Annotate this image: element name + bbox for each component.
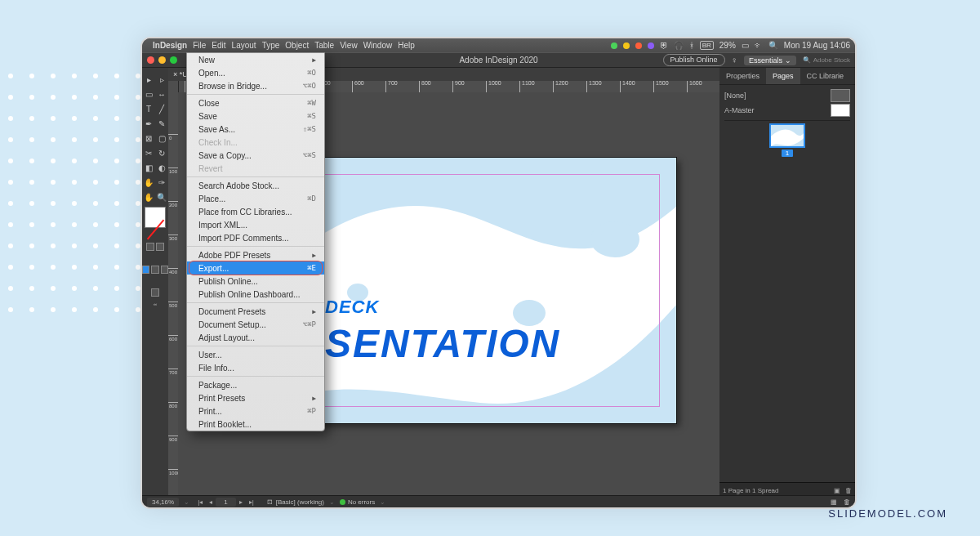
master-a[interactable]: A-Master: [724, 103, 850, 118]
formatting-container-icon[interactable]: [146, 243, 154, 251]
status-dot-green: [611, 42, 617, 49]
file-menu-item[interactable]: Save⌘S: [187, 109, 324, 123]
file-menu-item[interactable]: Print Presets▶: [187, 391, 324, 404]
view-mode-icon[interactable]: [161, 266, 168, 274]
pen-tool-icon[interactable]: ✒: [142, 117, 155, 130]
scissors-tool-icon[interactable]: ✂: [142, 146, 155, 159]
status-dot-red: [635, 42, 642, 49]
note-tool-icon[interactable]: ✋: [142, 176, 155, 189]
file-menu-item[interactable]: Place...⌘D: [187, 192, 324, 205]
file-menu-item[interactable]: Open...⌘O: [187, 66, 324, 79]
file-menu-item[interactable]: Import XML...: [187, 218, 324, 231]
rectangle-tool-icon[interactable]: ▢: [155, 132, 168, 145]
file-menu-item[interactable]: Export...⌘E: [187, 261, 324, 275]
prev-page-icon[interactable]: ◂: [206, 498, 216, 506]
fill-stroke-swatch[interactable]: [145, 207, 166, 228]
menu-type[interactable]: Type: [262, 41, 280, 50]
headphones-icon[interactable]: 🎧: [674, 41, 684, 50]
menu-view[interactable]: View: [340, 41, 358, 50]
profile-label[interactable]: [Basic] (working): [276, 498, 324, 506]
file-menu-item[interactable]: Place from CC Libraries...: [187, 205, 324, 218]
first-page-icon[interactable]: |◂: [194, 498, 206, 506]
type-tool-icon[interactable]: T: [142, 102, 155, 115]
lightbulb-icon[interactable]: ♀: [732, 56, 738, 65]
new-page-icon[interactable]: ▣: [834, 487, 840, 494]
open-icon[interactable]: ⊡: [267, 498, 273, 506]
file-menu-item[interactable]: File Info...: [187, 361, 324, 374]
menu-table[interactable]: Table: [314, 41, 334, 50]
file-menu-item[interactable]: Adobe PDF Presets▶: [187, 248, 324, 261]
menu-help[interactable]: Help: [398, 41, 415, 50]
direct-selection-tool-icon[interactable]: ▹: [155, 73, 168, 86]
view-mode-normal-icon[interactable]: [142, 266, 149, 274]
tab-properties[interactable]: Properties: [719, 68, 766, 84]
file-menu-item[interactable]: User...: [187, 348, 324, 361]
file-menu-item[interactable]: Publish Online Dashboard...: [187, 288, 324, 301]
page-field[interactable]: 1: [216, 498, 235, 507]
clock[interactable]: Mon 19 Aug 14:06: [784, 41, 850, 50]
selection-tool-icon[interactable]: ▸: [142, 73, 155, 86]
grid-icon[interactable]: ▦: [831, 498, 837, 506]
file-menu-item[interactable]: Print Booklet...: [187, 418, 324, 431]
close-icon[interactable]: [147, 56, 154, 64]
adobe-stock-search[interactable]: 🔍 Adobe Stock: [803, 56, 850, 64]
page-tool-icon[interactable]: ▭: [142, 87, 155, 100]
last-page-icon[interactable]: ▸|: [246, 498, 257, 506]
preflight-label[interactable]: No errors: [348, 498, 375, 506]
menu-edit[interactable]: Edit: [212, 41, 225, 50]
minimize-icon[interactable]: [158, 56, 166, 64]
menu-layout[interactable]: Layout: [232, 41, 256, 50]
file-menu-item[interactable]: Adjust Layout...: [187, 331, 324, 344]
file-menu-item[interactable]: Close⌘W: [187, 96, 324, 109]
tab-cc-libraries[interactable]: CC Librarie: [800, 68, 851, 84]
hand-tool-icon[interactable]: ✋: [142, 190, 155, 203]
view-mode-preview-icon[interactable]: [151, 266, 158, 274]
file-menu-item[interactable]: Document Setup...⌥⌘P: [187, 318, 324, 331]
menu-file[interactable]: File: [193, 41, 206, 50]
trash-icon[interactable]: 🗑: [845, 487, 852, 494]
file-menu-item[interactable]: New▶: [187, 53, 324, 66]
maximize-icon[interactable]: [170, 56, 177, 64]
workspace-switcher[interactable]: Essentials ⌄: [744, 56, 796, 65]
page-thumb[interactable]: 1: [724, 123, 850, 157]
pencil-tool-icon[interactable]: ✎: [155, 117, 168, 130]
publish-online-button[interactable]: Publish Online: [663, 54, 725, 66]
window-controls[interactable]: [147, 56, 177, 64]
rectangle-frame-tool-icon[interactable]: ⊠: [142, 132, 155, 145]
file-menu-item[interactable]: Print...⌘P: [187, 404, 324, 418]
ruler-h-label: 800: [421, 80, 431, 86]
tab-pages[interactable]: Pages: [766, 68, 800, 84]
file-menu-item[interactable]: Save a Copy...⌥⌘S: [187, 149, 324, 162]
app-name[interactable]: InDesign: [153, 41, 187, 50]
file-menu-item[interactable]: Publish Online...: [187, 275, 324, 288]
wifi-icon[interactable]: ᯤ: [755, 41, 763, 50]
expand-toolbar-icon[interactable]: «: [153, 302, 157, 306]
ruler-v-label: 200: [169, 203, 177, 208]
file-menu-item[interactable]: Document Presets▶: [187, 305, 324, 318]
mac-menubar: InDesign File Edit Layout Type Object Ta…: [142, 38, 855, 52]
bluetooth-icon[interactable]: ᚼ: [689, 41, 694, 50]
formatting-text-icon[interactable]: [156, 243, 164, 251]
menu-window[interactable]: Window: [363, 41, 393, 50]
next-page-icon[interactable]: ▸: [236, 498, 246, 506]
trash-status-icon[interactable]: 🗑: [844, 498, 850, 506]
user-tag[interactable]: BR: [700, 41, 714, 50]
free-transform-tool-icon[interactable]: ↻: [155, 146, 168, 159]
file-menu-item[interactable]: Import PDF Comments...: [187, 231, 324, 244]
zoom-field[interactable]: 34,16%: [147, 498, 179, 507]
eyedropper-tool-icon[interactable]: ✑: [155, 176, 168, 189]
file-menu-item[interactable]: Package...: [187, 378, 324, 391]
screen-mode-icon[interactable]: [151, 288, 159, 297]
gap-tool-icon[interactable]: ↔: [155, 87, 168, 100]
file-menu-item[interactable]: Save As...⇧⌘S: [187, 123, 324, 136]
master-none[interactable]: [None]: [724, 88, 850, 103]
shield-icon[interactable]: ⛨: [660, 41, 668, 50]
menu-object[interactable]: Object: [285, 41, 309, 50]
line-tool-icon[interactable]: ╱: [155, 102, 168, 115]
zoom-tool-icon[interactable]: 🔍: [155, 190, 168, 203]
gradient-swatch-tool-icon[interactable]: ◧: [142, 161, 155, 174]
file-menu-item[interactable]: Browse in Bridge...⌥⌘O: [187, 79, 324, 92]
gradient-feather-tool-icon[interactable]: ◐: [155, 161, 168, 174]
file-menu-item[interactable]: Search Adobe Stock...: [187, 179, 324, 192]
search-icon[interactable]: 🔍: [768, 41, 778, 50]
